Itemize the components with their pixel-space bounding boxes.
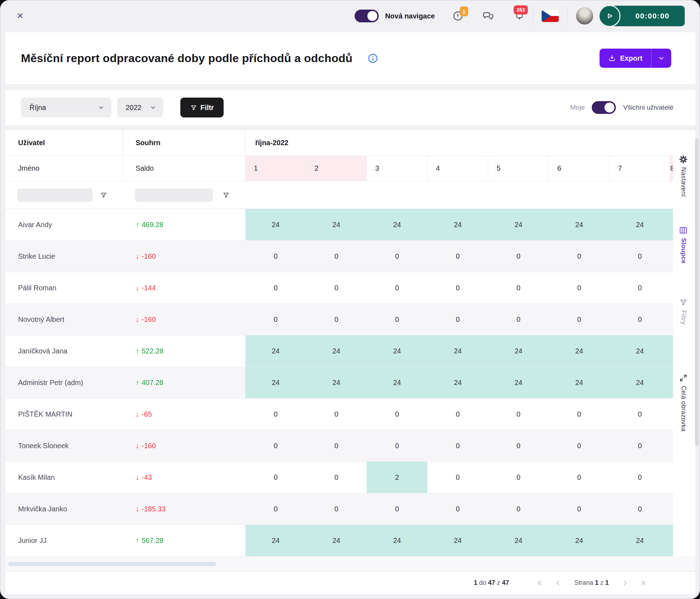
side-panel-fullscreen[interactable]: Celá obrazovka xyxy=(674,374,693,432)
day8-clipped-cell xyxy=(670,209,673,240)
day-header[interactable]: 7 xyxy=(609,156,670,181)
pagination-text-segment: 1 xyxy=(474,579,477,586)
saldo-value: -160 xyxy=(142,315,156,324)
previous-page-button[interactable] xyxy=(554,579,562,587)
timer-value: 00:00:00 xyxy=(635,12,669,20)
side-panel-filters[interactable]: Filtry xyxy=(674,298,693,325)
page-indicator-text: Strana 1 z 1 xyxy=(574,579,609,587)
day-value-cell: 0 xyxy=(549,399,609,430)
day-value-cell: 24 xyxy=(488,335,549,367)
sub-header-saldo[interactable]: Saldo xyxy=(123,156,245,181)
table-row[interactable]: Novotný Albert↓-1600000000 xyxy=(5,304,673,335)
day-header[interactable]: 3 xyxy=(367,156,427,181)
month-select[interactable]: Října xyxy=(21,98,111,117)
table-row[interactable]: PIŠTĚK MARTIN↓-650000000 xyxy=(5,399,673,430)
side-panel-fullscreen-label: Celá obrazovka xyxy=(680,386,687,432)
day-value-cell: 24 xyxy=(427,367,488,398)
czech-flag-icon[interactable] xyxy=(542,10,559,22)
toggle-knob xyxy=(367,11,377,21)
table-row[interactable]: Strike Lucie↓-1600000000 xyxy=(5,241,673,272)
table-row[interactable]: Mrkvička Janko↓-185.330000000 xyxy=(5,493,673,525)
day-header[interactable]: 6 xyxy=(549,156,609,181)
export-button[interactable]: Export xyxy=(600,49,651,68)
side-panel-settings[interactable]: Nastavení xyxy=(674,155,693,197)
group-header-user: Uživatel xyxy=(5,130,123,156)
day-value-cell: 24 xyxy=(427,335,488,367)
export-label: Export xyxy=(620,54,642,62)
table-row[interactable]: Pálil Roman↓-1440000000 xyxy=(5,272,673,304)
day-value-cell: 2 xyxy=(367,462,427,493)
alerts-button[interactable]: 1 xyxy=(453,11,463,21)
table-row[interactable]: Kasík Milan↓-430020000 xyxy=(5,462,673,493)
table-row[interactable]: Junior JJ↑567.2824242424242424 xyxy=(5,525,673,556)
scope-toggle[interactable] xyxy=(592,101,616,114)
table-row[interactable]: Administr Petr (adm)↑407.282424242424242… xyxy=(5,367,673,399)
table-row[interactable]: Janíčková Jana↑522.2824242424242424 xyxy=(5,335,673,367)
scope-all-users-label: Všichni uživatelé xyxy=(623,104,673,111)
chat-button[interactable] xyxy=(482,11,494,21)
filter-button[interactable]: Filtr xyxy=(180,98,224,117)
day-header[interactable]: 5 xyxy=(488,156,549,181)
new-navigation-toggle[interactable] xyxy=(355,10,379,22)
day-value-cell: 0 xyxy=(609,272,670,303)
side-panel-columns[interactable]: Sloupce xyxy=(674,226,693,264)
first-page-button[interactable] xyxy=(537,579,544,587)
day-header[interactable]: 2 xyxy=(306,156,367,181)
day-value-cell: 0 xyxy=(427,399,488,430)
saldo-cell: ↓-144 xyxy=(123,272,245,303)
day-value-cell: 0 xyxy=(367,399,427,430)
saldo-value: -65 xyxy=(142,410,152,418)
saldo-value: -144 xyxy=(142,284,156,292)
close-icon[interactable]: ✕ xyxy=(17,11,24,21)
notifications-button[interactable]: 253 xyxy=(515,11,524,21)
timer-pill: 00:00:00 xyxy=(609,6,685,26)
day-value-cell: 0 xyxy=(488,462,549,493)
saldo-value: 469.28 xyxy=(142,221,163,229)
vertical-scrollbar-thumb[interactable] xyxy=(695,138,699,446)
day8-clipped-cell xyxy=(670,241,673,272)
export-options-button[interactable] xyxy=(651,49,671,68)
table-row[interactable]: Toneek Sloneek↓-1600000000 xyxy=(5,430,673,462)
user-name-cell: Junior JJ xyxy=(5,525,123,556)
saldo-cell: ↑469.28 xyxy=(123,209,245,240)
day-value-cell: 24 xyxy=(609,525,670,556)
horizontal-scrollbar xyxy=(5,556,695,572)
table-row[interactable]: Aivar Andy↑469.2824242424242424 xyxy=(5,209,673,241)
day8-clipped-cell xyxy=(670,525,673,556)
user-name-cell: Janíčková Jana xyxy=(5,335,123,367)
name-filter-funnel-icon[interactable] xyxy=(100,192,107,199)
user-name-cell: Administr Petr (adm) xyxy=(5,367,123,398)
day-value-cell: 24 xyxy=(427,209,488,240)
day-value-cell: 0 xyxy=(367,493,427,524)
day-value-cell: 24 xyxy=(306,335,367,367)
saldo-value: 407.28 xyxy=(142,379,163,387)
notification-count-badge: 253 xyxy=(514,5,528,15)
info-icon[interactable] xyxy=(367,53,378,64)
play-button[interactable] xyxy=(598,5,620,27)
scope-my-label: Moje xyxy=(570,104,585,111)
saldo-filter-funnel-icon[interactable] xyxy=(223,192,230,199)
export-split-button[interactable]: Export xyxy=(600,49,671,68)
day-value-cell: 0 xyxy=(245,462,306,493)
day-value-cell: 0 xyxy=(427,241,488,272)
saldo-filter-input[interactable] xyxy=(135,188,213,202)
fullscreen-icon xyxy=(679,374,688,382)
day-header[interactable]: 1 xyxy=(245,156,306,181)
next-page-button[interactable] xyxy=(622,579,629,587)
saldo-cell: ↓-185.33 xyxy=(123,493,245,524)
sub-header-name[interactable]: Jméno xyxy=(5,156,123,181)
user-name-cell: Strike Lucie xyxy=(5,241,123,272)
time-tracker[interactable]: 00:00:00 xyxy=(609,6,685,26)
day-value-cell: 0 xyxy=(245,241,306,272)
trend-down-arrow-icon: ↓ xyxy=(136,505,139,513)
day-value-cell: 0 xyxy=(549,241,609,272)
last-page-button[interactable] xyxy=(639,579,646,587)
year-select[interactable]: 2022 xyxy=(117,98,163,117)
name-filter-input[interactable] xyxy=(17,188,93,202)
day-value-cell: 0 xyxy=(549,304,609,335)
day-header-clipped[interactable]: 8 xyxy=(670,156,673,181)
user-avatar[interactable] xyxy=(576,7,593,24)
day-header[interactable]: 4 xyxy=(427,156,488,181)
chevron-down-icon xyxy=(98,104,104,111)
horizontal-scrollbar-thumb[interactable] xyxy=(8,562,216,566)
